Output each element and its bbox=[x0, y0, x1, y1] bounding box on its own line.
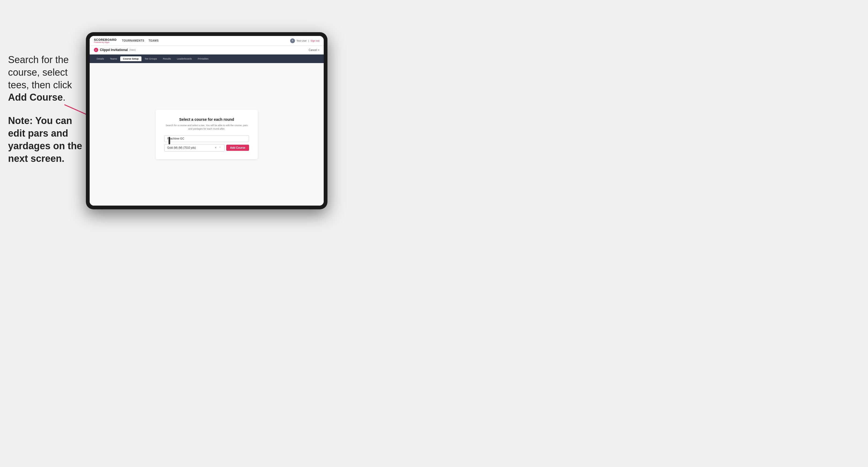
add-course-button[interactable]: Add Course bbox=[226, 145, 249, 151]
tab-teams[interactable]: Teams bbox=[107, 56, 120, 61]
nav-links: TOURNAMENTS TEAMS bbox=[122, 38, 290, 43]
cancel-button[interactable]: Cancel × bbox=[309, 49, 319, 52]
tablet-frame: SCOREBOARD Powered by clippd TOURNAMENTS… bbox=[86, 32, 328, 209]
tab-results[interactable]: Results bbox=[160, 56, 174, 61]
nav-separator: | bbox=[308, 39, 309, 42]
nav-tournaments[interactable]: TOURNAMENTS bbox=[122, 38, 144, 43]
main-content: Select a course for each round Search fo… bbox=[90, 63, 324, 206]
tab-printables[interactable]: Printables bbox=[195, 56, 211, 61]
tablet-side-button bbox=[168, 137, 170, 145]
tee-select-controls: ✕ ⌃ bbox=[214, 146, 222, 150]
user-name: Test User bbox=[297, 39, 307, 42]
tournament-header: C Clippd Invitational (Men) Cancel × bbox=[90, 45, 324, 55]
tee-clear-btn[interactable]: ✕ bbox=[214, 146, 217, 150]
top-nav: SCOREBOARD Powered by clippd TOURNAMENTS… bbox=[90, 36, 324, 45]
tablet-screen: SCOREBOARD Powered by clippd TOURNAMENTS… bbox=[90, 36, 324, 206]
instruction-text: Search for the course, select tees, then… bbox=[8, 54, 83, 104]
nav-right: T Test User | Sign out bbox=[290, 38, 319, 43]
tee-select-row: Gold (M) (M) (7010 yds) ✕ ⌃ Add Course bbox=[164, 144, 249, 152]
signout-link[interactable]: Sign out bbox=[311, 39, 319, 42]
tournament-title-row: C Clippd Invitational (Men) bbox=[94, 48, 136, 52]
cancel-label: Cancel bbox=[309, 49, 317, 52]
tee-value: Gold (M) (M) (7010 yds) bbox=[167, 146, 196, 149]
tournament-name: Clippd Invitational bbox=[100, 48, 128, 52]
tab-details[interactable]: Details bbox=[94, 56, 107, 61]
tournament-icon: C bbox=[94, 48, 98, 52]
tee-toggle-btn[interactable]: ⌃ bbox=[218, 146, 222, 150]
logo-sub: Powered by clippd bbox=[94, 41, 117, 43]
course-card: Select a course for each round Search fo… bbox=[156, 110, 258, 159]
course-card-desc: Search for a course and select a tee. Yo… bbox=[164, 124, 249, 131]
tab-tee-groups[interactable]: Tee Groups bbox=[142, 56, 160, 61]
instruction-bold: Add Course bbox=[8, 92, 63, 103]
course-search-input[interactable] bbox=[164, 135, 249, 142]
logo-area: SCOREBOARD Powered by clippd bbox=[94, 38, 117, 43]
course-card-title: Select a course for each round bbox=[164, 117, 249, 122]
tournament-badge: (Men) bbox=[129, 49, 136, 51]
tee-select[interactable]: Gold (M) (M) (7010 yds) ✕ ⌃ bbox=[164, 144, 225, 152]
user-avatar: T bbox=[290, 38, 295, 43]
instruction-panel: Search for the course, select tees, then… bbox=[8, 54, 83, 176]
logo-text: SCOREBOARD bbox=[94, 38, 117, 41]
instruction-note: Note: You can edit pars and yardages on … bbox=[8, 115, 83, 165]
tab-nav: Details Teams Course Setup Tee Groups Re… bbox=[90, 55, 324, 63]
nav-teams[interactable]: TEAMS bbox=[149, 38, 159, 43]
tab-course-setup[interactable]: Course Setup bbox=[120, 56, 142, 61]
tab-leaderboards[interactable]: Leaderboards bbox=[174, 56, 194, 61]
cancel-icon: × bbox=[318, 49, 319, 52]
